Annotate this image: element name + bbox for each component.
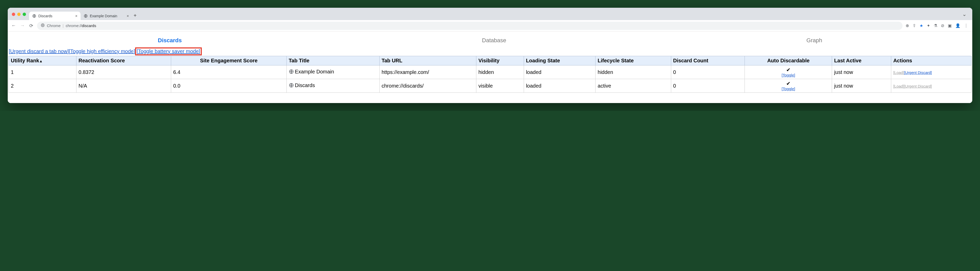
table-row: 10.83726.4Example Domainhttps://example.… <box>9 65 972 79</box>
cell-url: https://example.com/ <box>379 65 476 79</box>
col-actions[interactable]: Actions <box>891 56 971 65</box>
cell-load: loaded <box>524 65 595 79</box>
toolbar: ← → ⟳ Chrome | chrome://discards ⊕ ⇧ ★ ✦… <box>8 20 972 32</box>
action-load: [Load] <box>893 84 904 88</box>
cell-load: loaded <box>524 79 595 93</box>
globe-icon <box>289 70 294 75</box>
col-auto-discardable[interactable]: Auto Discardable <box>745 56 832 65</box>
col-last-active[interactable]: Last Active <box>832 56 891 65</box>
shield-icon[interactable]: ⊘ <box>941 23 944 28</box>
table-header-row: Utility Rank▲ Reactivation Score Site En… <box>9 56 972 65</box>
tab-title: Discards <box>38 14 52 18</box>
col-reactivation-score[interactable]: Reactivation Score <box>76 56 171 65</box>
cell-auto: ✔[Toggle] <box>745 65 832 79</box>
tab-page-discards[interactable]: Discards <box>158 37 182 44</box>
forward-button[interactable]: → <box>19 23 25 28</box>
browser-window: Discards × Example Domain × + ⌄ ← → ⟳ Ch… <box>8 8 972 103</box>
toggle-auto-link[interactable]: [Toggle] <box>747 86 830 91</box>
menu-icon[interactable]: ⋮ <box>964 23 968 28</box>
highlight-box: [Toggle battery saver mode] <box>135 48 202 56</box>
cell-disc: 0 <box>671 65 745 79</box>
window-chevron[interactable]: ⌄ <box>962 11 970 19</box>
discards-table: Utility Rank▲ Reactivation Score Site En… <box>8 56 972 93</box>
toggle-battery-saver-link[interactable]: [Toggle battery saver mode] <box>137 48 200 54</box>
tab-strip: Discards × Example Domain × + <box>29 10 962 20</box>
omni-sep: | <box>62 24 64 28</box>
col-discard-count[interactable]: Discard Count <box>671 56 745 65</box>
col-loading-state[interactable]: Loading State <box>524 56 595 65</box>
cell-url: chrome://discards/ <box>379 79 476 93</box>
col-lifecycle-state[interactable]: Lifecycle State <box>595 56 671 65</box>
cell-title: Example Domain <box>286 65 379 79</box>
globe-icon <box>84 14 88 18</box>
cell-auto: ✔[Toggle] <box>745 79 832 93</box>
cell-eng: 6.4 <box>171 65 287 79</box>
col-site-engagement[interactable]: Site Engagement Score <box>171 56 287 65</box>
cell-life: hidden <box>595 65 671 79</box>
page-tabs: Discards Database Graph <box>8 34 972 48</box>
toggle-efficiency-link[interactable]: [Toggle high efficiency mode] <box>69 48 135 54</box>
col-utility-rank[interactable]: Utility Rank▲ <box>9 56 76 65</box>
cell-vis: hidden <box>476 65 524 79</box>
page-content: Discards Database Graph [Urgent discard … <box>8 32 972 103</box>
zoom-icon[interactable]: ⊕ <box>905 23 909 28</box>
tab-discards[interactable]: Discards × <box>29 11 81 20</box>
globe-icon <box>32 14 36 18</box>
omni-label: Chrome <box>47 24 60 28</box>
action-urgent-discard[interactable]: [Urgent Discard] <box>904 70 932 75</box>
urgent-discard-link[interactable]: [Urgent discard a tab now] <box>9 48 69 54</box>
cell-vis: visible <box>476 79 524 93</box>
cell-react: 0.8372 <box>76 65 171 79</box>
close-tab-icon[interactable]: × <box>75 14 78 18</box>
cell-react: N/A <box>76 79 171 93</box>
col-tab-title[interactable]: Tab Title <box>286 56 379 65</box>
avatar-icon[interactable]: 👤 <box>955 23 961 28</box>
toolbar-icons: ⊕ ⇧ ★ ✦ ⚗ ⊘ ▣ 👤 ⋮ <box>905 23 969 28</box>
cell-title: Discards <box>286 79 379 93</box>
svg-point-3 <box>42 24 43 26</box>
omni-path: discards <box>82 24 96 28</box>
cell-actions: [Load][Urgent Discard] <box>891 79 971 93</box>
new-tab-button[interactable]: + <box>132 13 139 20</box>
command-links: [Urgent discard a tab now][Toggle high e… <box>8 48 972 56</box>
reload-button[interactable]: ⟳ <box>28 23 34 29</box>
check-icon: ✔ <box>786 67 791 73</box>
svg-point-2 <box>41 24 44 27</box>
cell-last: just now <box>832 79 891 93</box>
table-row: 2N/A0.0Discardschrome://discards/visible… <box>9 79 972 93</box>
minimize-window-button[interactable] <box>17 13 21 16</box>
close-window-button[interactable] <box>12 13 15 16</box>
cell-disc: 0 <box>671 79 745 93</box>
toggle-auto-link[interactable]: [Toggle] <box>747 73 830 77</box>
cell-rank: 2 <box>9 79 76 93</box>
chrome-icon <box>41 23 45 28</box>
omnibox[interactable]: Chrome | chrome://discards <box>37 22 902 30</box>
tab-example[interactable]: Example Domain × <box>81 11 132 20</box>
back-button[interactable]: ← <box>11 23 16 28</box>
extensions-icon[interactable]: ✦ <box>927 23 930 28</box>
tab-title: Example Domain <box>90 14 117 18</box>
action-load: [Load] <box>893 70 904 75</box>
window-controls <box>10 13 29 18</box>
check-icon: ✔ <box>786 81 791 86</box>
close-tab-icon[interactable]: × <box>127 14 129 18</box>
maximize-window-button[interactable] <box>23 13 26 16</box>
cell-last: just now <box>832 65 891 79</box>
cell-eng: 0.0 <box>171 79 287 93</box>
titlebar: Discards × Example Domain × + ⌄ <box>8 8 972 20</box>
cell-actions: [Load][Urgent Discard] <box>891 65 971 79</box>
sidepanel-icon[interactable]: ▣ <box>948 23 952 28</box>
bookmark-star-icon[interactable]: ★ <box>920 23 923 28</box>
col-visibility[interactable]: Visibility <box>476 56 524 65</box>
labs-icon[interactable]: ⚗ <box>934 23 937 28</box>
cell-rank: 1 <box>9 65 76 79</box>
globe-icon <box>289 83 294 89</box>
action-urgent-discard: [Urgent Discard] <box>904 84 932 88</box>
cell-life: active <box>595 79 671 93</box>
col-tab-url[interactable]: Tab URL <box>379 56 476 65</box>
omni-host: chrome:// <box>65 24 82 28</box>
tab-page-graph[interactable]: Graph <box>807 37 822 44</box>
tab-page-database[interactable]: Database <box>482 37 506 44</box>
share-icon[interactable]: ⇧ <box>913 23 916 28</box>
sort-indicator-icon: ▲ <box>39 59 43 63</box>
